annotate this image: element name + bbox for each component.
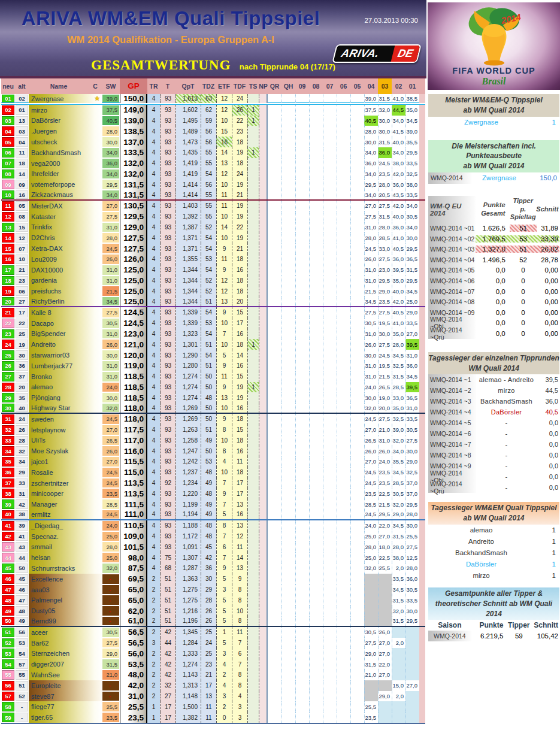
table-edge-strip	[419, 403, 425, 413]
table-edge-strip	[419, 286, 425, 296]
round-cell-04: 26,0	[364, 339, 378, 350]
ts-value	[247, 296, 259, 306]
round-cell-03: 24,5	[378, 158, 392, 169]
round-cell-07	[323, 371, 337, 382]
tagessieger-runde-winner: -	[476, 419, 537, 426]
t-value: 42	[160, 627, 175, 638]
round-cell-06	[337, 446, 350, 456]
table-edge-strip	[419, 339, 425, 350]
rank-new-badge: 20	[2, 297, 14, 305]
round-cell-07	[323, 680, 337, 691]
round-cell-06	[337, 265, 350, 275]
sw-value: 27,5	[102, 308, 119, 317]
round-cell-qh	[281, 574, 295, 584]
etf-value: 10	[216, 339, 232, 350]
qpt-value: 1,371	[175, 232, 201, 243]
round-cell-08	[309, 211, 323, 222]
round-cell-qh	[281, 382, 295, 393]
ts-value	[247, 563, 259, 574]
tdz-value: 54	[201, 169, 216, 180]
round-cell-04: 27,5	[364, 638, 378, 649]
tagessieger-runde-label: WMQ-2014 ~2	[428, 385, 476, 396]
table-row: 3328UliTs26,5117,04931,25849101826,531,0…	[1, 435, 425, 446]
total-points: 124,5	[120, 307, 147, 318]
column-header-09: 09	[295, 78, 309, 94]
sw-value: 23,5	[102, 713, 119, 722]
round-cell-06	[337, 361, 350, 371]
etf-value: 10	[216, 318, 232, 329]
etf-value: 4	[216, 659, 232, 670]
qpt-value: 1,216	[175, 605, 201, 616]
round-cell-08	[309, 446, 323, 456]
tr-value: 4	[147, 105, 160, 116]
t-value: 93	[160, 307, 175, 318]
round-cell-06	[337, 541, 350, 552]
table-edge-strip	[419, 265, 425, 275]
round-cell-04: 21,5	[364, 286, 378, 296]
round-cell-06	[337, 307, 350, 318]
round-cell-04: 24,5	[364, 467, 378, 478]
table-row: 5253Bär6227,556,53441,284245727,527,02,0	[1, 638, 425, 649]
round-cell-06	[337, 158, 350, 169]
round-cell-01: 33,5	[405, 190, 419, 199]
etf-value: 12	[216, 105, 232, 116]
table-edge-strip	[419, 425, 425, 435]
rank-new-badge: 47	[2, 585, 14, 595]
t-value: 68	[160, 563, 175, 574]
round-cell-07	[323, 382, 337, 393]
round-cell-06	[337, 574, 350, 584]
round-cell-05	[350, 382, 364, 393]
round-cell-01: 35,0	[405, 105, 419, 116]
round-cell-05	[350, 701, 364, 712]
t-value: 51	[160, 584, 175, 595]
table-edge-strip	[419, 648, 425, 659]
round-cell-08	[309, 126, 323, 137]
round-cell-08	[309, 94, 323, 103]
t-value: 93	[160, 179, 175, 190]
round-cell-08	[309, 488, 323, 499]
round-cell-qr	[268, 680, 281, 691]
round-cell-09	[295, 478, 309, 489]
round-cell-04: 27,0	[364, 425, 378, 435]
np-value	[259, 243, 268, 254]
meisterschaft-season: WMQ-2014	[428, 172, 471, 184]
round-cell-02: 36,0	[392, 179, 405, 190]
np-value	[259, 552, 268, 563]
etf-value: 8	[216, 446, 232, 456]
tdz-value: 54	[201, 243, 216, 254]
panel-meister-title1: Meister WM&EM-Q Tippspiel	[428, 95, 559, 105]
tdz-value: 51	[201, 296, 216, 306]
tagessieger-runde-row: WMQ-2014 ~Qrü-0,0	[428, 482, 559, 493]
table-row: 5354Sternzeichen29,056,02421,333253629,0…	[1, 648, 425, 659]
rank-old: 50	[16, 564, 28, 573]
sw-value: 24,5	[102, 478, 119, 488]
gesamtpunkte-title2: theoretischer Schnitt ab WM Quali 2014	[428, 599, 559, 619]
tr-value: 4	[147, 254, 160, 265]
round-cell-03: 29,5	[378, 510, 392, 519]
round-cell-08	[309, 169, 323, 180]
round-cell-08	[309, 371, 323, 382]
table-row: 3226letsplaynow27,0117,54931,2635181527,…	[1, 425, 425, 435]
round-cell-05	[350, 137, 364, 147]
tr-value: 4	[147, 94, 160, 103]
rank-old: 18	[16, 159, 28, 168]
player-name-cell: Sternzeichen	[29, 648, 102, 659]
np-value	[259, 232, 268, 243]
np-value	[259, 616, 268, 626]
total-points: 127,5	[120, 243, 147, 254]
round-cell-09	[295, 286, 309, 296]
player-name: DAX10000	[31, 266, 63, 274]
rank-old: 52	[16, 692, 28, 701]
round-cell-09	[295, 552, 309, 563]
round-cell-06	[337, 116, 350, 126]
tr-value: 2	[147, 584, 160, 595]
round-cell-02: 40,0	[392, 286, 405, 296]
round-cell-06	[337, 488, 350, 499]
ts-value	[247, 265, 259, 275]
rounds-row: WMQ-2014 ~060,000,00	[428, 275, 559, 286]
tagessieger-runde-winner: -	[476, 484, 537, 491]
rank-old: 38	[16, 510, 28, 519]
player-name-cell: smmail	[29, 541, 102, 552]
table-edge-strip	[419, 318, 425, 329]
tdf-value: 19	[232, 382, 247, 393]
